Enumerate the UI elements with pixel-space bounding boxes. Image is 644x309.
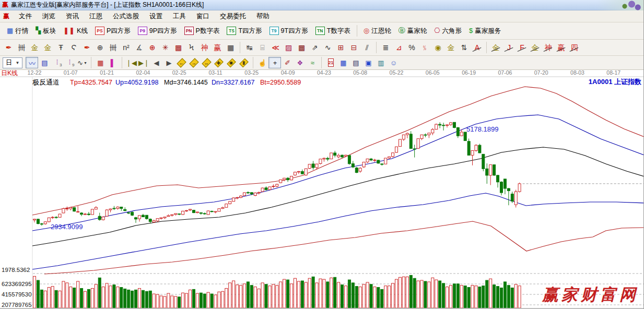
title-bar[interactable]: 赢 赢家江恩专业版[赢家内部服务平台] - [上证指数 SH1A0001-166… — [0, 0, 643, 10]
slashes-icon[interactable]: ⫽ — [360, 41, 373, 54]
color-histogram-icon[interactable]: ▌ — [107, 57, 119, 68]
width-tool-icon[interactable]: ↹ — [243, 41, 256, 54]
hexagon-button[interactable]: ⎔六角形 — [430, 25, 465, 38]
menu-item-9[interactable]: 交易委托 — [215, 11, 251, 22]
zoom-star-icon[interactable]: ✳ — [225, 57, 238, 68]
ying-angle-icon[interactable]: 赢 — [555, 41, 568, 54]
target-icon[interactable]: ⊕ — [146, 41, 159, 54]
menu-item-2[interactable]: 浏览 — [37, 11, 61, 22]
menu-item-3[interactable]: 资讯 — [61, 11, 84, 22]
tally2-ruler-icon[interactable]: 卌 — [107, 41, 120, 54]
menu-item-5[interactable]: 公式选股 — [108, 11, 144, 22]
save-icon[interactable]: ▣ — [362, 57, 374, 68]
a-slash-icon[interactable]: A — [471, 41, 484, 54]
angle-ruler-icon[interactable]: ∡ — [133, 41, 146, 54]
t-square-button[interactable]: TST四方形 — [223, 25, 265, 38]
spiral-icon[interactable]: Ϛ — [67, 41, 80, 54]
crosshair-tool-icon[interactable]: + — [268, 57, 281, 68]
brush-tool-icon[interactable]: ✒ — [2, 41, 15, 54]
menu-item-6[interactable]: 设置 — [144, 11, 168, 22]
zoom-all-icon[interactable]: ✛ — [213, 57, 225, 68]
up-down-icon[interactable]: ⇅ — [458, 41, 471, 54]
frame-tool-icon[interactable]: ⌸ — [256, 41, 269, 54]
grid-plus-icon[interactable]: ⊞ — [334, 41, 347, 54]
p-square-button[interactable]: PSP四方形 — [91, 25, 134, 38]
last-bar-icon[interactable]: ▶❘ — [137, 57, 150, 68]
circle-ruler-icon[interactable]: ⊕ — [93, 41, 107, 54]
gold-angle-icon[interactable]: 金 — [489, 41, 502, 54]
nine-t-square-button[interactable]: T99T四方形 — [266, 25, 312, 38]
kline-chart-svg[interactable]: 12-2201-0701-2102-0402-2503-1103-2504-09… — [0, 70, 644, 308]
gold-ruler-icon[interactable]: 金 — [28, 41, 41, 54]
assistant-icon[interactable]: ☺ — [387, 57, 400, 68]
menu-item-1[interactable]: 文件 — [14, 11, 37, 22]
next-bar-icon[interactable]: ▶ — [162, 57, 175, 68]
notes-icon[interactable]: ▤ — [349, 57, 362, 68]
fan-box-icon[interactable]: ▨ — [282, 41, 295, 54]
star-burst-icon[interactable]: ✳ — [159, 41, 172, 54]
angle-tool-icon[interactable]: ✐ — [281, 57, 294, 68]
p-number-table-button[interactable]: PNP数字表 — [181, 25, 224, 38]
chart9-icon[interactable]: ⫶9 — [63, 57, 76, 68]
zoom-left-icon[interactable]: ← — [175, 57, 188, 68]
menu-item-7[interactable]: 工具 — [168, 11, 191, 22]
grid-star-icon[interactable]: ▩ — [172, 41, 185, 54]
percent-icon[interactable]: % — [405, 41, 418, 54]
zoom-right-icon[interactable]: → — [188, 57, 200, 68]
wave-mark-icon[interactable]: Ϟ — [185, 41, 198, 54]
export-image-icon[interactable]: ▥ — [374, 57, 387, 68]
curve-dropdown-icon[interactable]: ∿▼ — [76, 57, 88, 68]
menu-item-4[interactable]: 江恩 — [84, 11, 108, 22]
gold-line-icon[interactable]: 金 — [444, 41, 458, 54]
j-angle-icon[interactable]: J — [502, 41, 516, 54]
winner-wheel-button[interactable]: Ⓑ赢家轮 — [395, 25, 431, 38]
first-bar-icon[interactable]: ❘◀ — [125, 57, 137, 68]
gold-ruler2-icon[interactable]: 金 — [41, 41, 54, 54]
si-angle-icon[interactable]: 四 — [568, 41, 581, 54]
f-ruler-icon[interactable]: Ŧ — [54, 41, 67, 54]
grid-123-icon[interactable]: ▦ — [224, 41, 237, 54]
wave-tool-icon[interactable]: 〰 — [26, 57, 38, 68]
percent-table-icon[interactable]: ≣ — [379, 41, 392, 54]
n-squared-icon[interactable]: n² — [120, 41, 133, 54]
percent-angle-icon[interactable]: ⊿ — [392, 41, 405, 54]
percent-line-icon[interactable]: ﹪ — [418, 41, 431, 54]
f-angle-icon[interactable]: F — [516, 41, 529, 54]
gold-circle-icon[interactable]: ◉ — [431, 41, 444, 54]
pencil-lines-icon[interactable]: ⇗ — [308, 41, 321, 54]
gold-angle2-icon[interactable]: 金 — [529, 41, 542, 54]
curve-tool-icon[interactable]: ≈ — [306, 57, 319, 68]
kline-chart-area[interactable]: 12-2201-0701-2102-0402-2503-1103-2504-09… — [0, 70, 644, 308]
quotes-button[interactable]: ▦行情 — [3, 25, 32, 38]
brush2-tool-icon[interactable]: ✒ — [80, 41, 93, 54]
document-icon[interactable]: ▤ — [38, 57, 51, 68]
zoom-vertical-icon[interactable]: ⇕ — [238, 57, 250, 68]
fan-box2-icon[interactable]: ▩ — [295, 41, 308, 54]
chart3-icon[interactable]: ⫶3 — [51, 57, 63, 68]
menu-item-8[interactable]: 窗口 — [191, 11, 215, 22]
gann-wheel-button[interactable]: ◎江恩轮 — [360, 25, 395, 38]
period-dropdown[interactable]: 日 ▼ — [3, 57, 22, 68]
zigzag-icon[interactable]: ∿ — [321, 41, 334, 54]
shen-tool-icon[interactable]: 神 — [198, 41, 211, 54]
tally-ruler-icon[interactable]: 卌 — [15, 41, 28, 54]
grid-arrow-icon[interactable]: ⊟ — [347, 41, 360, 54]
fan-lines-icon[interactable]: ≪ — [269, 41, 282, 54]
sectors-button[interactable]: ▚板块 — [32, 25, 60, 38]
winner-service-button[interactable]: $赢家服务 — [465, 25, 505, 38]
gift-tool-icon[interactable]: ❖ — [294, 57, 306, 68]
menu-item-10[interactable]: 帮助 — [251, 11, 275, 22]
candle-body — [504, 179, 506, 188]
volume-bar — [200, 293, 202, 308]
ying-tool-icon[interactable]: 赢 — [211, 41, 224, 54]
t-number-table-button[interactable]: TNT数字表 — [312, 25, 354, 38]
calendar-icon[interactable]: 21 — [324, 57, 337, 68]
zoom-horizontal-icon[interactable]: ↔ — [200, 57, 213, 68]
gann-grid-icon[interactable]: ▦ — [94, 57, 107, 68]
kline-button[interactable]: ❚❚K线 — [60, 25, 91, 38]
nine-p-square-button[interactable]: P99P四方形 — [134, 25, 181, 38]
hand-tool-icon[interactable]: ☝ — [256, 57, 268, 68]
prev-bar-icon[interactable]: ◀ — [150, 57, 162, 68]
shen-angle-icon[interactable]: 神 — [542, 41, 555, 54]
calculator-icon[interactable]: ▦ — [337, 57, 349, 68]
